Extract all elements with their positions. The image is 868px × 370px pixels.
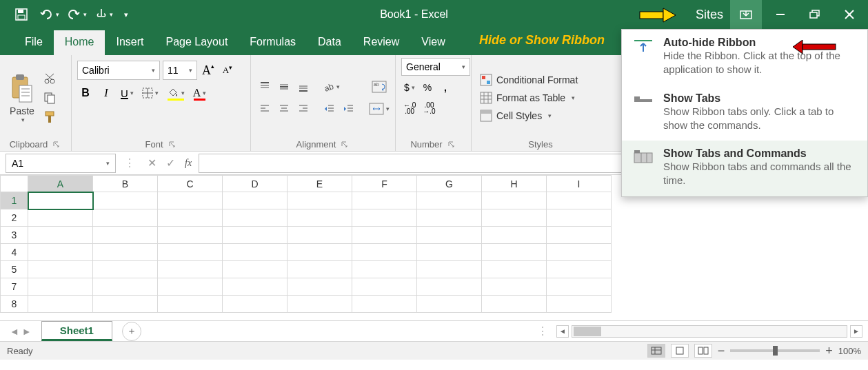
alignment-dialog-launcher[interactable]: [340, 140, 350, 150]
cell-A3[interactable]: [28, 227, 93, 244]
cell-styles-button[interactable]: Cell Styles▾: [477, 108, 581, 123]
cell-I5[interactable]: [547, 261, 612, 278]
column-header-A[interactable]: A: [28, 176, 93, 192]
cell-C1[interactable]: [158, 192, 223, 209]
ribbon-display-options-button[interactable]: [730, 0, 762, 29]
cell-I4[interactable]: [547, 244, 612, 261]
cell-D4[interactable]: [223, 244, 287, 261]
increase-decimal-button[interactable]: ←.0.00: [401, 99, 418, 117]
borders-button[interactable]: ▾: [140, 84, 161, 102]
cancel-formula-button[interactable]: ✕: [148, 156, 157, 169]
cell-B2[interactable]: [93, 209, 158, 227]
align-bottom-button[interactable]: [295, 78, 312, 96]
touch-mode-button[interactable]: ▾: [92, 3, 116, 26]
cell-I1[interactable]: [547, 192, 612, 209]
tab-review[interactable]: Review: [352, 30, 410, 55]
enter-formula-button[interactable]: ✓: [166, 156, 175, 169]
new-sheet-button[interactable]: ＋: [122, 322, 141, 341]
format-painter-button[interactable]: [41, 109, 58, 125]
tab-data[interactable]: Data: [307, 30, 352, 55]
cell-D3[interactable]: [223, 227, 287, 244]
zoom-slider[interactable]: [730, 349, 820, 352]
column-header-C[interactable]: C: [158, 176, 223, 192]
italic-button[interactable]: I: [98, 84, 114, 102]
zoom-level[interactable]: 100%: [838, 346, 861, 356]
insert-function-button[interactable]: fx: [185, 158, 192, 169]
namebox-grip[interactable]: ⋮: [119, 156, 141, 169]
cell-F1[interactable]: [352, 192, 417, 209]
cell-I8[interactable]: [547, 296, 612, 313]
close-button[interactable]: [834, 0, 865, 29]
normal-view-button[interactable]: [647, 344, 665, 358]
sheet-nav-next[interactable]: ►: [22, 326, 32, 337]
cell-G4[interactable]: [417, 244, 482, 261]
row-header-2[interactable]: 2: [1, 209, 28, 227]
cell-G3[interactable]: [417, 227, 482, 244]
orientation-button[interactable]: ab▾: [321, 78, 342, 96]
cell-C2[interactable]: [158, 209, 223, 227]
cell-D8[interactable]: [223, 296, 287, 313]
cell-H1[interactable]: [482, 192, 547, 209]
cell-H8[interactable]: [482, 296, 547, 313]
font-color-button[interactable]: A ▾: [191, 84, 209, 102]
clipboard-dialog-launcher[interactable]: [52, 140, 61, 150]
cell-B8[interactable]: [93, 296, 158, 313]
cell-C7[interactable]: [158, 278, 223, 296]
redo-button[interactable]: ▾: [65, 3, 88, 26]
undo-button[interactable]: ▾: [37, 3, 61, 26]
tab-home[interactable]: Home: [54, 30, 105, 55]
cell-H7[interactable]: [482, 278, 547, 296]
cell-F7[interactable]: [352, 278, 417, 296]
comma-style-button[interactable]: ,: [437, 79, 454, 96]
sheet-tab-sheet1[interactable]: Sheet1: [41, 321, 112, 341]
format-as-table-button[interactable]: Format as Table▾: [477, 90, 581, 105]
cell-C4[interactable]: [158, 244, 223, 261]
page-layout-view-button[interactable]: [671, 344, 689, 358]
cell-A1[interactable]: [28, 192, 93, 209]
copy-button[interactable]: [41, 90, 58, 106]
grow-font-button[interactable]: A▴: [200, 61, 216, 79]
wrap-text-button[interactable]: ab: [367, 78, 392, 96]
font-dialog-launcher[interactable]: [168, 140, 177, 150]
page-break-view-button[interactable]: [694, 344, 712, 358]
cell-E5[interactable]: [287, 261, 352, 278]
cell-I7[interactable]: [547, 278, 612, 296]
merge-center-button[interactable]: ▾: [367, 100, 392, 118]
column-header-G[interactable]: G: [417, 176, 482, 192]
cell-F8[interactable]: [352, 296, 417, 313]
minimize-button[interactable]: [765, 0, 796, 29]
cell-B5[interactable]: [93, 261, 158, 278]
cell-I2[interactable]: [547, 209, 612, 227]
align-top-button[interactable]: [256, 78, 273, 96]
tab-scroll-grip[interactable]: ⋮: [532, 325, 554, 338]
cell-G5[interactable]: [417, 261, 482, 278]
column-header-I[interactable]: I: [547, 176, 612, 192]
column-header-D[interactable]: D: [223, 176, 287, 192]
tab-view[interactable]: View: [410, 30, 456, 55]
number-dialog-launcher[interactable]: [447, 140, 456, 150]
cell-C8[interactable]: [158, 296, 223, 313]
underline-button[interactable]: U▾: [119, 84, 136, 102]
conditional-formatting-button[interactable]: Conditional Format: [477, 72, 581, 88]
cell-A5[interactable]: [28, 261, 93, 278]
cut-button[interactable]: [41, 70, 58, 87]
cell-B4[interactable]: [93, 244, 158, 261]
hscroll-right[interactable]: ►: [850, 325, 862, 338]
menu-show-tabs[interactable]: Show Tabs Show Ribbon tabs only. Click a…: [622, 85, 867, 141]
cell-E4[interactable]: [287, 244, 352, 261]
cell-G1[interactable]: [417, 192, 482, 209]
name-box[interactable]: A1▾: [6, 154, 116, 173]
customize-qat-button[interactable]: ▾: [120, 3, 132, 26]
cell-G2[interactable]: [417, 209, 482, 227]
decrease-indent-button[interactable]: [321, 100, 338, 118]
worksheet-grid[interactable]: ABCDEFGHI1234578: [0, 175, 868, 320]
cell-E8[interactable]: [287, 296, 352, 313]
row-header-8[interactable]: 8: [1, 296, 28, 313]
cell-A4[interactable]: [28, 244, 93, 261]
bold-button[interactable]: B: [77, 84, 94, 102]
increase-indent-button[interactable]: [341, 100, 357, 118]
cell-F4[interactable]: [352, 244, 417, 261]
cell-G7[interactable]: [417, 278, 482, 296]
font-size-select[interactable]: 11▾: [163, 61, 197, 80]
paste-button[interactable]: [10, 73, 34, 105]
